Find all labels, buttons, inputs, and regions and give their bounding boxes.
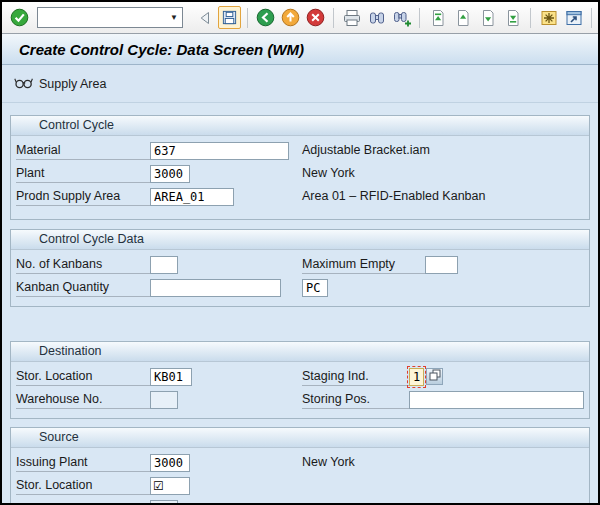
issuing-plant-field[interactable] [150,454,190,472]
material-field[interactable] [150,142,289,160]
plant-description: New York [302,165,355,182]
last-page-icon[interactable] [501,6,524,29]
supply-area-label: Supply Area [39,77,106,91]
kanbans-row: No. of Kanbans Maximum Empty [16,256,584,274]
kanban-quantity-row: Kanban Quantity [16,279,584,297]
maximum-empty-field[interactable] [425,256,458,274]
group-control-cycle: Control Cycle Material Adjustable Bracke… [10,115,590,220]
kanban-quantity-label: Kanban Quantity [16,279,150,297]
src-warehouse-no-label: Warehouse No. [16,500,150,503]
dest-stor-location-label: Stor. Location [16,368,150,386]
sap-window: ▼ [0,0,600,505]
prodn-supply-area-row: Prodn Supply Area Area 01 – RFID-Enabled… [16,188,584,206]
application-toolbar: Supply Area [2,65,598,103]
no-of-kanbans-label: No. of Kanbans [16,256,150,274]
print-icon[interactable] [340,6,363,29]
src-stor-location-label: Stor. Location [16,477,150,495]
issuing-plant-label: Issuing Plant [16,454,150,472]
page-title: Create Control Cycle: Data Screen (WM) [19,41,304,58]
group-destination-title: Destination [11,342,589,362]
issuing-plant-description: New York [302,454,355,471]
plant-field[interactable] [150,165,190,183]
storing-pos-label: Storing Pos. [302,391,409,409]
supply-area-button[interactable]: Supply Area [14,75,106,93]
prodn-supply-area-description: Area 01 – RFID-Enabled Kanban [302,188,485,205]
prodn-supply-area-field[interactable] [150,188,234,206]
toolbar-separator [591,8,592,28]
plant-row: Plant New York [16,165,584,183]
page-up-icon[interactable] [451,6,474,29]
back-triangle-icon[interactable] [193,6,216,29]
save-icon[interactable] [218,6,241,29]
command-field[interactable]: ▼ [37,7,183,28]
unit-of-measure-field[interactable] [302,279,328,297]
toolbar-separator [530,8,531,28]
dest-warehouse-no-label: Warehouse No. [16,391,150,409]
create-shortcut-icon[interactable] [562,6,585,29]
staging-ind-focus-frame [409,368,424,386]
toolbar-separator [247,8,248,28]
new-session-icon[interactable] [537,6,560,29]
page-down-icon[interactable] [476,6,499,29]
material-row: Material Adjustable Bracket.iam [16,142,584,160]
screen-title-bar: Create Control Cycle: Data Screen (WM) [2,34,598,65]
screen-body: Control Cycle Material Adjustable Bracke… [2,103,598,503]
issuing-plant-row: Issuing Plant New York [16,454,584,472]
group-destination: Destination Stor. Location Staging Ind. … [10,341,590,419]
toolbar-separator [333,8,334,28]
enter-icon[interactable] [8,6,31,29]
toolbar-separator [419,8,420,28]
prodn-supply-area-label: Prodn Supply Area [16,188,150,206]
kanban-quantity-field[interactable] [150,279,281,297]
src-warehouse-no-field[interactable] [150,500,178,503]
group-control-cycle-title: Control Cycle [11,116,589,136]
group-control-cycle-data-title: Control Cycle Data [11,230,589,250]
maximum-empty-label: Maximum Empty [302,256,425,274]
glasses-icon [14,75,34,93]
command-input[interactable] [38,9,166,26]
staging-ind-label: Staging Ind. [302,368,409,386]
command-dropdown-icon[interactable]: ▼ [166,8,182,27]
system-toolbar: ▼ [2,2,598,34]
group-control-cycle-data: Control Cycle Data No. of Kanbans Maximu… [10,229,590,307]
no-of-kanbans-field[interactable] [150,256,178,274]
cancel-icon[interactable] [304,6,327,29]
find-next-icon[interactable] [390,6,413,29]
find-icon[interactable] [365,6,388,29]
staging-ind-field[interactable] [409,368,424,386]
src-stor-location-field[interactable] [150,477,190,495]
src-warehouse-row: Warehouse No. [16,500,584,503]
material-description: Adjustable Bracket.iam [302,142,430,159]
material-label: Material [16,142,150,160]
overlapping-pages-icon [429,369,441,384]
dest-stor-location-row: Stor. Location Staging Ind. [16,368,584,386]
storing-pos-field[interactable] [409,391,584,409]
dest-stor-location-field[interactable] [150,368,192,386]
multiple-selection-button[interactable] [426,368,443,385]
first-page-icon[interactable] [426,6,449,29]
src-stor-location-row: Stor. Location [16,477,584,495]
dest-warehouse-row: Warehouse No. Storing Pos. [16,391,584,409]
group-source: Source Issuing Plant New York Stor. Loca… [10,427,590,503]
nav-back-icon[interactable] [254,6,277,29]
plant-label: Plant [16,165,150,183]
group-source-title: Source [11,428,589,448]
exit-icon[interactable] [279,6,302,29]
dest-warehouse-no-field[interactable] [150,391,178,409]
